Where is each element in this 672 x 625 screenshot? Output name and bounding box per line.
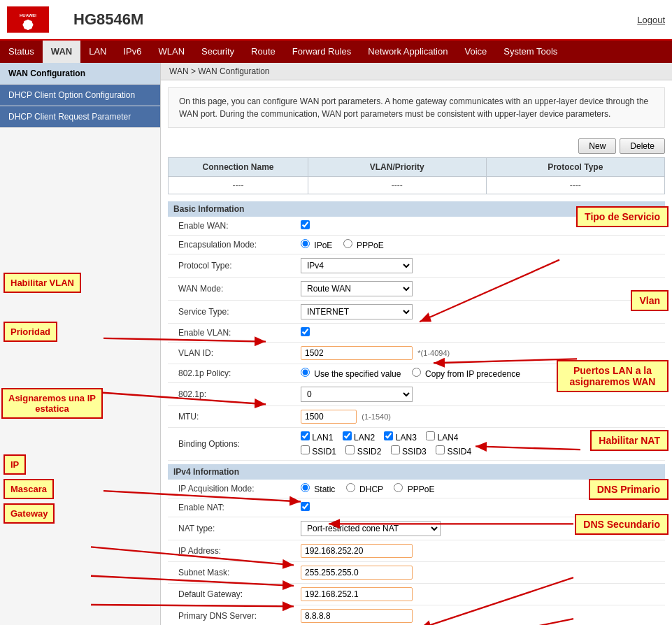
enable-nat-checkbox[interactable] [301, 502, 310, 511]
nav-network-application[interactable]: Network Application [359, 41, 456, 63]
dot1p-select[interactable]: 0123 4567 [301, 387, 413, 402]
vlan-id-input[interactable] [301, 346, 413, 360]
nav-security[interactable]: Security [193, 41, 243, 63]
wan-mode-label: WAN Mode: [168, 284, 301, 294]
enable-vlan-control [301, 327, 665, 338]
nat-type-select[interactable]: Port-restricted cone NAT Full cone NAT A… [301, 521, 441, 536]
sidebar-item-dhcp-option[interactable]: DHCP Client Option Configuration [0, 85, 160, 106]
lan3-checkbox[interactable] [384, 431, 393, 440]
default-gateway-label: Default Gateway: [168, 589, 301, 599]
ssid2-checkbox[interactable] [345, 445, 355, 454]
policy-specified-label: Use the specified value [314, 369, 401, 379]
sidebar: WAN Configuration DHCP Client Option Con… [0, 63, 161, 625]
vlan-id-hint: *(1-4094) [417, 349, 450, 357]
service-type-select[interactable]: INTERNET TR069 VOIP OTHER [301, 304, 413, 319]
encap-pppoe-radio[interactable] [343, 239, 352, 248]
encap-ipoe-radio[interactable] [301, 239, 310, 248]
mtu-label: MTU: [168, 412, 301, 422]
encap-pppoe-label: PPPoE [357, 240, 384, 250]
device-title: HG8546M [73, 10, 143, 29]
ip-address-label: IP Address: [168, 546, 301, 556]
nav-ipv6[interactable]: IPv6 [115, 41, 150, 63]
nav-forward-rules[interactable]: Forward Rules [284, 41, 360, 63]
table-row: ---- ---- ---- [168, 176, 665, 194]
callout-ip-estatica: Asignaremos una IP estatica [1, 388, 103, 419]
sidebar-item-wan-config[interactable]: WAN Configuration [0, 63, 160, 85]
nav-voice[interactable]: Voice [456, 41, 495, 63]
ssid3-checkbox[interactable] [391, 445, 400, 454]
dot1p-label: 802.1p: [168, 389, 301, 399]
toolbar: New Delete [161, 135, 672, 157]
default-gateway-input[interactable] [301, 587, 413, 601]
logout-button[interactable]: Logout [637, 15, 665, 25]
ip-address-control [301, 544, 665, 558]
mtu-input[interactable] [301, 410, 357, 424]
encap-ipoe-label: IPoE [314, 240, 332, 250]
sidebar-item-dhcp-request[interactable]: DHCP Client Request Parameter [0, 106, 160, 128]
enable-vlan-checkbox[interactable] [301, 327, 310, 336]
vlan-id-control: *(1-4094) [301, 346, 665, 360]
vlan-id-label: VLAN ID: [168, 348, 301, 358]
lan2-checkbox[interactable] [343, 431, 352, 440]
encap-mode-control: IPoE PPPoE [301, 239, 665, 250]
huawei-logo: HUAWEI [7, 6, 49, 34]
ssid1-checkbox[interactable] [301, 445, 310, 454]
enable-wan-label: Enable WAN: [168, 221, 301, 231]
ssid4-checkbox[interactable] [436, 445, 445, 454]
policy-802-1p-label: 802.1p Policy: [168, 368, 301, 378]
nav-status[interactable]: Status [0, 41, 43, 63]
default-gateway-row: Default Gateway: [168, 584, 665, 605]
nav-system-tools[interactable]: System Tools [495, 41, 566, 63]
ip-acq-dhcp-radio[interactable] [346, 483, 355, 492]
primary-dns-input[interactable] [301, 609, 413, 623]
lan1-checkbox[interactable] [301, 431, 310, 440]
ip-address-input[interactable] [301, 544, 413, 558]
enable-nat-control [301, 502, 665, 513]
enable-wan-checkbox[interactable] [301, 220, 310, 229]
encap-mode-label: Encapsulation Mode: [168, 240, 301, 250]
callout-habilitar-vlan: Habilitar VLAN [3, 273, 81, 293]
mtu-hint: (1-1540) [362, 412, 391, 421]
service-type-control: INTERNET TR069 VOIP OTHER [301, 304, 665, 319]
ipv4-info-title: IPv4 Information [168, 464, 665, 480]
ip-acq-static-radio[interactable] [301, 483, 310, 492]
col-protocol-type: Protocol Type [487, 158, 665, 176]
nav-wlan[interactable]: WLAN [150, 41, 194, 63]
enable-vlan-label: Enable VLAN: [168, 328, 301, 338]
subnet-mask-input[interactable] [301, 566, 413, 580]
callout-dns-primario: DNS Primario [589, 479, 669, 500]
policy-copy-label: Copy from IP precedence [425, 369, 520, 379]
content-area: WAN > WAN Configuration On this page, yo… [161, 63, 672, 625]
delete-button[interactable]: Delete [620, 138, 665, 154]
service-type-label: Service Type: [168, 307, 301, 317]
protocol-type-label: Protocol Type: [168, 261, 301, 271]
nav-route[interactable]: Route [243, 41, 284, 63]
wan-mode-row: WAN Mode: Route WAN Bridge WAN [168, 278, 665, 301]
enable-nat-label: Enable NAT: [168, 503, 301, 512]
ip-acq-label: IP Acquisition Mode: [168, 484, 301, 494]
primary-dns-label: Primary DNS Server: [168, 611, 301, 621]
ip-address-row: IP Address: [168, 540, 665, 562]
nav-bar: Status WAN LAN IPv6 WLAN Security Route … [0, 41, 672, 63]
nat-type-label: NAT type: [168, 524, 301, 533]
wan-mode-select[interactable]: Route WAN Bridge WAN [301, 281, 413, 296]
nav-lan[interactable]: LAN [80, 41, 115, 63]
subnet-mask-control [301, 566, 665, 580]
nav-wan[interactable]: WAN [43, 41, 80, 63]
mtu-control: (1-1540) [301, 410, 665, 424]
col-connection-name: Connection Name [169, 158, 308, 176]
callout-vlan: Vlan [631, 290, 669, 311]
info-box: On this page, you can configure WAN port… [168, 87, 665, 128]
policy-copy-radio[interactable] [412, 368, 421, 377]
callout-mascara: Mascara [3, 479, 54, 499]
lan4-checkbox[interactable] [426, 431, 435, 440]
breadcrumb: WAN > WAN Configuration [161, 63, 672, 80]
enable-vlan-row: Enable VLAN: [168, 324, 665, 343]
wan-mode-control: Route WAN Bridge WAN [301, 281, 665, 296]
new-button[interactable]: New [578, 138, 616, 154]
protocol-type-select[interactable]: IPv4 IPv6 IPv4/IPv6 [301, 258, 413, 273]
ip-acq-pppoe-radio[interactable] [394, 483, 403, 492]
subnet-mask-row: Subnet Mask: [168, 562, 665, 584]
policy-specified-radio[interactable] [301, 368, 310, 377]
callout-dns-secundario: DNS Secundario [575, 514, 669, 535]
